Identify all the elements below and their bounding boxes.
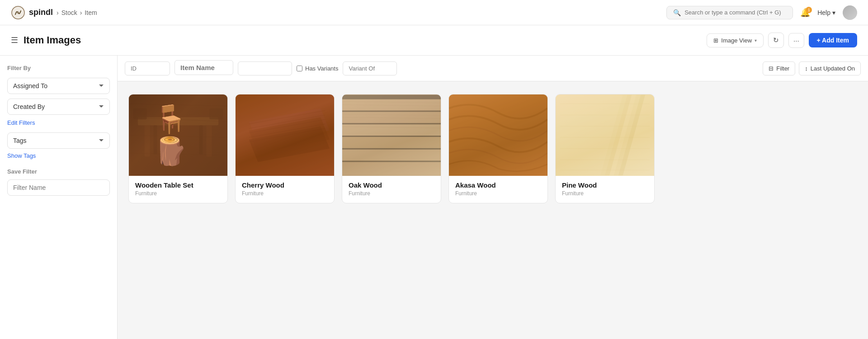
avatar-image — [843, 5, 857, 20]
item-info: Pine Wood Furniture — [556, 176, 654, 203]
filter-icon: ⊟ — [769, 65, 774, 72]
item-category: Furniture — [135, 190, 221, 197]
item-info: Wooden Table Set Furniture — [129, 176, 227, 203]
item-name: Cherry Wood — [242, 181, 328, 189]
svg-rect-4 — [145, 125, 150, 156]
nav-left: spindl › Stock › Item — [11, 5, 97, 20]
filter-bar-right: ⊟ Filter ↕ Last Updated On — [763, 61, 861, 75]
content-area: Furniture Has Variants ⊟ Filter ↕ Last U… — [118, 56, 868, 339]
item-info: Cherry Wood Furniture — [236, 176, 334, 203]
breadcrumb-sep1: › — [57, 9, 59, 16]
category-filter-input[interactable]: Furniture — [238, 61, 292, 75]
edit-filters-link[interactable]: Edit Filters — [7, 119, 110, 126]
item-card[interactable]: Cherry Wood Furniture — [235, 94, 335, 203]
filter-name-input[interactable] — [7, 179, 110, 196]
notification-bell-button[interactable]: 🔔 1 — [800, 8, 810, 18]
svg-point-1 — [17, 11, 19, 14]
assigned-to-select[interactable]: Assigned To — [7, 78, 110, 94]
sidebar: Filter By Assigned To Created By Edit Fi… — [0, 56, 118, 339]
has-variants-text: Has Variants — [305, 65, 338, 72]
help-button[interactable]: Help ▾ — [817, 9, 835, 16]
sort-button[interactable]: ↕ Last Updated On — [799, 61, 861, 75]
main-layout: Filter By Assigned To Created By Edit Fi… — [0, 56, 868, 339]
id-filter-input[interactable] — [125, 61, 170, 75]
breadcrumb-stock[interactable]: Stock — [61, 9, 77, 16]
item-image-akasa-wood — [449, 94, 547, 176]
nav-right: 🔍 🔔 1 Help ▾ — [666, 5, 857, 20]
breadcrumb-item[interactable]: Item — [85, 9, 97, 16]
sort-label: Last Updated On — [811, 65, 855, 72]
svg-rect-6 — [154, 125, 157, 154]
item-category: Furniture — [242, 190, 328, 197]
search-bar[interactable]: 🔍 — [666, 6, 793, 19]
show-tags-link[interactable]: Show Tags — [7, 152, 110, 159]
item-card[interactable]: Oak Wood Furniture — [342, 94, 441, 203]
tags-select[interactable]: Tags — [7, 132, 110, 149]
item-info: Akasa Wood Furniture — [449, 176, 547, 203]
svg-rect-3 — [138, 117, 218, 125]
item-info: Oak Wood Furniture — [342, 176, 441, 203]
item-image-pine-wood — [556, 94, 654, 176]
item-card[interactable]: Wooden Table Set Furniture — [128, 94, 228, 203]
items-grid: Wooden Table Set Furniture — [118, 81, 868, 216]
svg-rect-9 — [209, 108, 223, 120]
svg-rect-5 — [206, 125, 212, 156]
svg-rect-28 — [342, 150, 441, 161]
has-variants-checkbox[interactable] — [297, 66, 302, 71]
breadcrumb-sep2: › — [80, 9, 82, 16]
item-name: Oak Wood — [349, 181, 434, 189]
svg-rect-2 — [129, 95, 227, 175]
item-image-cherry-wood — [236, 94, 334, 176]
notification-badge: 1 — [806, 7, 812, 13]
top-navigation: spindl › Stock › Item 🔍 🔔 1 Help ▾ — [0, 0, 868, 25]
help-label: Help — [817, 9, 830, 16]
svg-rect-29 — [342, 162, 441, 175]
search-input[interactable] — [684, 9, 786, 16]
logo[interactable]: spindl — [11, 5, 53, 20]
item-name-filter-input[interactable] — [175, 60, 233, 75]
refresh-button[interactable]: ↻ — [768, 33, 784, 48]
has-variants-label: Has Variants — [297, 65, 338, 72]
item-name: Pine Wood — [562, 181, 648, 189]
svg-rect-7 — [199, 125, 203, 154]
item-category: Furniture — [349, 190, 434, 197]
item-card[interactable]: Pine Wood Furniture — [555, 94, 655, 203]
item-name: Akasa Wood — [455, 181, 541, 189]
svg-rect-26 — [342, 124, 441, 136]
menu-icon-button[interactable]: ☰ — [11, 35, 18, 45]
item-image-oak-wood — [342, 94, 441, 176]
image-view-toggle-button[interactable]: ⊞ Image View ▾ — [707, 33, 764, 47]
add-item-button[interactable]: + Add Item — [809, 33, 857, 47]
sort-icon: ↕ — [805, 65, 808, 72]
view-toggle-label: Image View — [721, 37, 752, 44]
logo-text: spindl — [29, 8, 53, 17]
item-category: Furniture — [562, 190, 648, 197]
page-header: ☰ Item Images ⊞ Image View ▾ ↻ ··· + Add… — [0, 25, 868, 56]
svg-rect-27 — [342, 137, 441, 148]
filter-label: Filter — [776, 65, 789, 72]
chevron-down-icon: ▾ — [832, 9, 835, 16]
chevron-down-icon: ▾ — [755, 38, 757, 43]
grid-icon: ⊞ — [713, 37, 718, 44]
item-image-wooden-table-set — [129, 94, 227, 176]
page-header-right: ⊞ Image View ▾ ↻ ··· + Add Item — [707, 33, 857, 48]
item-category: Furniture — [455, 190, 541, 197]
variant-of-filter-input[interactable] — [343, 61, 397, 75]
search-icon: 🔍 — [673, 9, 681, 16]
save-filter-label: Save Filter — [7, 168, 110, 175]
created-by-select[interactable]: Created By — [7, 99, 110, 115]
page-header-left: ☰ Item Images — [11, 34, 81, 46]
item-card[interactable]: Akasa Wood Furniture — [448, 94, 548, 203]
item-name: Wooden Table Set — [135, 181, 221, 189]
avatar[interactable] — [843, 5, 857, 20]
more-options-button[interactable]: ··· — [788, 33, 804, 48]
breadcrumb: › Stock › Item — [57, 9, 97, 16]
filter-button[interactable]: ⊟ Filter — [763, 61, 795, 75]
page-title: Item Images — [24, 34, 81, 46]
filter-bar: Furniture Has Variants ⊟ Filter ↕ Last U… — [118, 56, 868, 81]
filter-by-label: Filter By — [7, 65, 110, 71]
